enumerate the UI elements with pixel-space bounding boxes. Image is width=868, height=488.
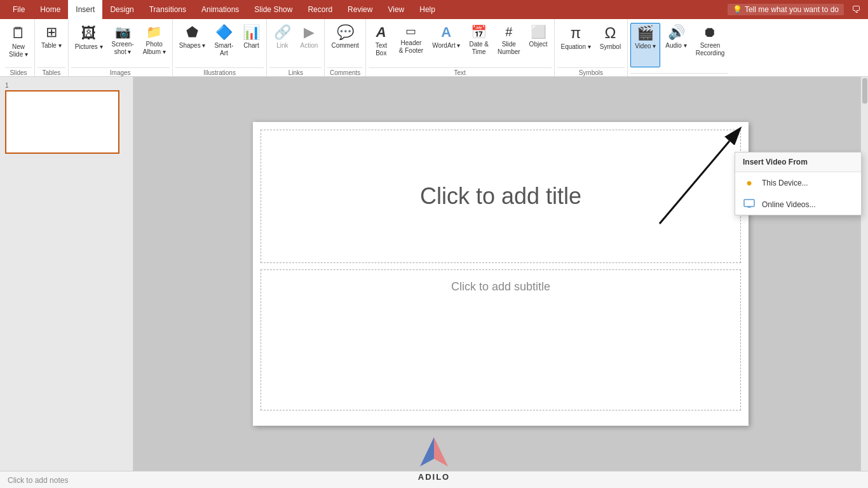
tab-slideshow[interactable]: Slide Show [247,0,300,19]
action-icon: ▶ [304,25,315,39]
this-device-label: This Device... [762,179,808,187]
svg-marker-6 [420,437,434,466]
tab-design[interactable]: Design [102,0,141,19]
date-time-button[interactable]: 📅 Date &Time [465,23,492,67]
tab-help[interactable]: Help [412,0,443,19]
audio-button[interactable]: 🔊 Audio ▾ [661,23,690,67]
dropdown-item-online-videos[interactable]: Online Videos... [735,194,861,215]
tables-group-label: Tables [37,67,65,76]
table-icon: ⊞ [46,25,57,39]
search-box[interactable]: 💡 Tell me what you want to do [728,4,844,15]
chart-label: Chart [243,42,259,50]
symbol-button[interactable]: Ω Symbol [596,23,625,67]
scrollbar-right[interactable] [860,77,868,471]
slide-title-placeholder[interactable]: Click to add title [261,130,741,263]
ribbon-group-slides: 🗒 NewSlide ▾ Slides [3,19,35,76]
illustrations-items: ⬟ Shapes ▾ 🔷 Smart-Art 📊 Chart [175,20,264,67]
share-icon[interactable]: 🗨 [849,2,863,17]
video-button[interactable]: 🎬 Video ▾ [630,23,660,67]
logo-icon [417,436,451,471]
object-icon: ⬜ [531,25,546,38]
audio-label: Audio ▾ [665,42,686,50]
comment-button[interactable]: 💬 Comment [327,23,362,67]
smartart-button[interactable]: 🔷 Smart-Art [210,23,237,67]
links-group-label: Links [269,67,322,76]
tab-review[interactable]: Review [340,0,380,19]
dropdown-item-this-device[interactable]: ● This Device... [735,172,861,194]
table-button[interactable]: ⊞ Table ▾ [37,23,65,67]
lightbulb-icon: 💡 [733,5,742,14]
audio-icon: 🔊 [668,25,685,39]
chart-button[interactable]: 📊 Chart [238,23,264,67]
screenshot-button[interactable]: 📷 Screen-shot ▾ [108,23,138,67]
comments-items: 💬 Comment [327,20,362,67]
video-label: Video ▾ [635,43,656,50]
object-label: Object [529,41,548,48]
slide-thumbnail[interactable] [5,90,119,154]
header-footer-icon: ▭ [405,25,416,37]
textbox-button[interactable]: A TextBox [369,23,394,67]
tab-animations[interactable]: Animations [194,0,247,19]
link-label: Link [276,42,288,50]
comments-group-label: Comments [327,67,362,76]
pictures-button[interactable]: 🖼 Pictures ▾ [71,23,107,67]
ribbon-group-media: 🎬 Video ▾ 🔊 Audio ▾ ⏺ ScreenRecording [628,19,731,76]
action-button[interactable]: ▶ Action [296,23,322,67]
equation-button[interactable]: π Equation ▾ [557,23,595,67]
comment-label: Comment [331,42,358,50]
tab-insert[interactable]: Insert [68,0,102,19]
equation-label: Equation ▾ [561,43,591,51]
svg-marker-5 [434,437,448,466]
wordart-button[interactable]: A WordArt ▾ [428,23,464,67]
chart-icon: 📊 [243,25,260,39]
slide-area: Click to add title Click to add subtitle [133,77,868,471]
slide-subtitle-text: Click to add subtitle [451,280,550,294]
object-button[interactable]: ⬜ Object [526,23,552,67]
slides-group-label: Slides [5,67,32,76]
ribbon-group-illustrations: ⬟ Shapes ▾ 🔷 Smart-Art 📊 Chart Illustrat… [173,19,268,76]
date-time-icon: 📅 [471,25,487,38]
shapes-label: Shapes ▾ [179,42,206,50]
slide-number-button[interactable]: # SlideNumber [494,23,524,67]
date-time-label: Date &Time [469,41,489,56]
search-label: Tell me what you want to do [745,5,839,14]
svg-rect-2 [744,200,754,207]
photo-album-button[interactable]: 📁 PhotoAlbum ▾ [139,23,170,67]
symbols-group-label: Symbols [557,67,625,76]
tab-record[interactable]: Record [300,0,340,19]
textbox-label: TextBox [376,42,387,57]
slide-subtitle-placeholder[interactable]: Click to add subtitle [261,269,741,410]
media-group-label [630,73,728,76]
tab-home[interactable]: Home [32,0,68,19]
scrollbar-thumb[interactable] [862,78,867,104]
slide-title-text: Click to add title [420,183,581,210]
shapes-button[interactable]: ⬟ Shapes ▾ [175,23,210,67]
smartart-label: Smart-Art [214,42,233,57]
video-dropdown-menu: Insert Video From ● This Device... Onlin… [735,152,862,215]
equation-icon: π [571,25,581,41]
link-button[interactable]: 🔗 Link [269,23,295,67]
new-slide-button[interactable]: 🗒 NewSlide ▾ [5,23,32,67]
ribbon-group-links: 🔗 Link ▶ Action Links [267,19,325,76]
shapes-icon: ⬟ [186,25,198,39]
slide-canvas[interactable]: Click to add title Click to add subtitle [253,122,749,426]
tab-view[interactable]: View [380,0,412,19]
tab-file[interactable]: File [5,0,32,19]
symbol-label: Symbol [600,43,621,51]
slide-number-icon: # [505,25,512,38]
text-items: A TextBox ▭ Header& Footer A WordArt ▾ 📅… [369,20,552,67]
logo-text: ADILO [417,472,451,482]
text-group-label: Text [369,67,552,76]
tab-transitions[interactable]: Transitions [142,0,194,19]
screenshot-icon: 📷 [115,25,131,38]
header-footer-button[interactable]: ▭ Header& Footer [395,23,427,67]
slides-panel: 1 [0,77,133,471]
pictures-label: Pictures ▾ [75,43,103,51]
main-area: 1 Click to add title Click to add subtit… [0,77,868,471]
logo-area: ADILO [417,436,451,482]
online-videos-label: Online Videos... [762,200,816,209]
screen-recording-button[interactable]: ⏺ ScreenRecording [692,23,729,67]
photo-album-label: PhotoAlbum ▾ [143,41,166,56]
title-bar-right: 💡 Tell me what you want to do 🗨 [728,2,863,17]
ribbon-group-text: A TextBox ▭ Header& Footer A WordArt ▾ 📅… [366,19,555,76]
